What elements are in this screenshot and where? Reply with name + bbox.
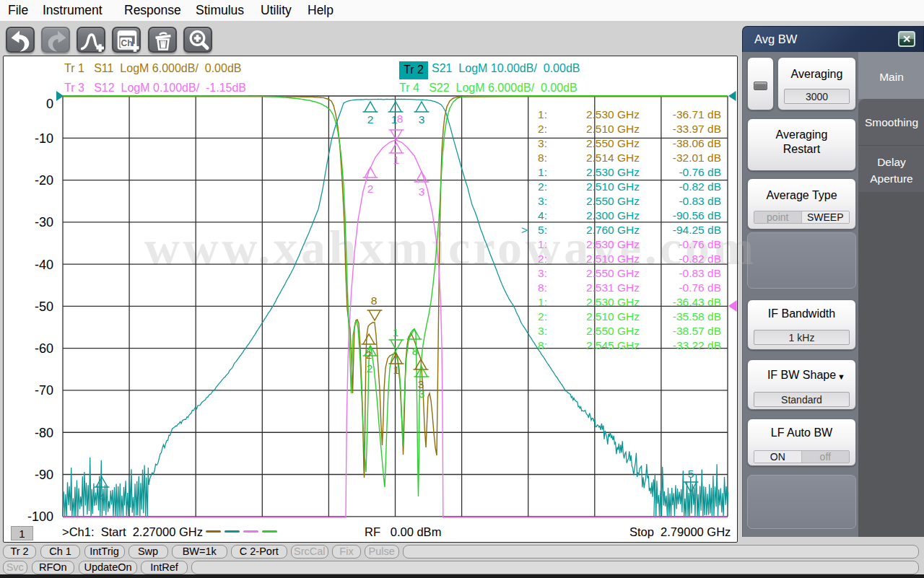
svg-text:Ch: Ch (121, 38, 133, 48)
